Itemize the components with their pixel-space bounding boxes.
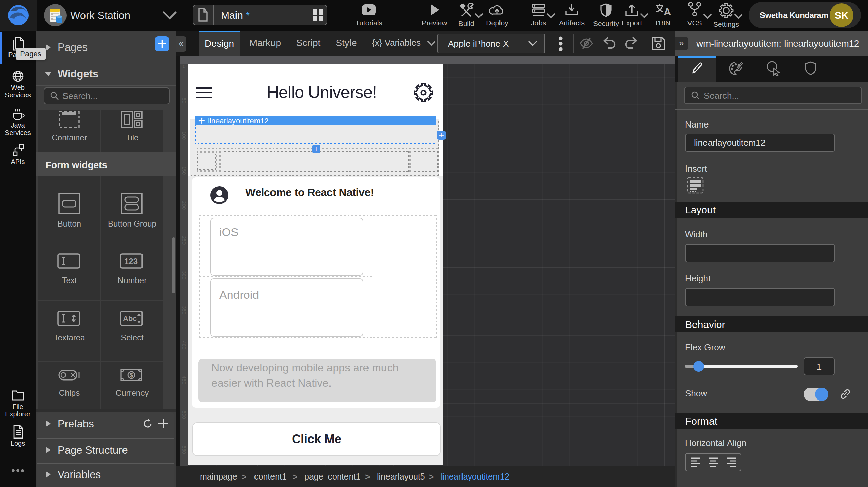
svg-text:$: $	[130, 372, 133, 379]
svg-text:123: 123	[124, 257, 138, 266]
svg-text:Abc: Abc	[123, 314, 137, 323]
svg-text:A: A	[664, 6, 671, 17]
